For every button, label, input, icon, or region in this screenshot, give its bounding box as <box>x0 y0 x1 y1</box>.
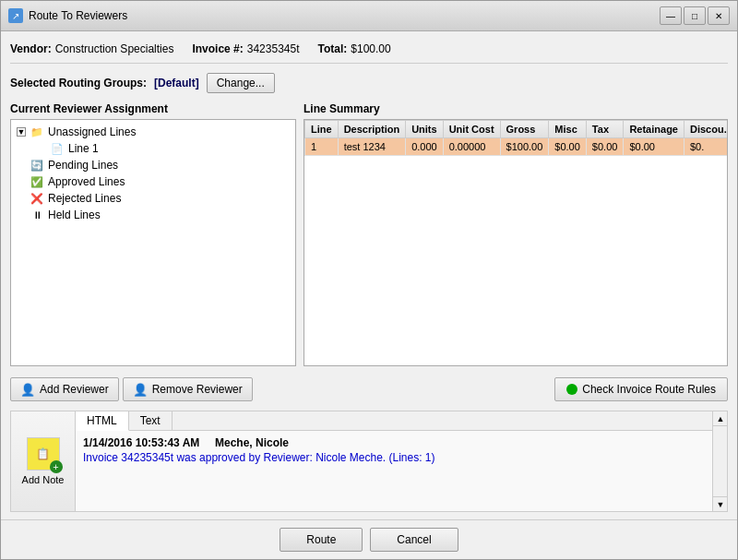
total-info: Total: $100.00 <box>318 42 391 55</box>
panels-row: Current Reviewer Assignment ▼ 📁 Unassign… <box>10 102 728 366</box>
note-body: 1/14/2016 10:53:43 AM Meche, Nicole Invo… <box>76 431 712 511</box>
cell-units: 0.000 <box>406 138 444 156</box>
green-circle-icon <box>566 384 577 395</box>
note-author: Meche, Nicole <box>215 436 289 449</box>
tree-item-rejected[interactable]: ❌ Rejected Lines <box>15 190 292 207</box>
main-window: ↗ Route To Reviewers — □ ✕ Vendor: Const… <box>0 0 738 560</box>
maximize-button[interactable]: □ <box>684 6 706 25</box>
tree-item-pending[interactable]: 🔄 Pending Lines <box>15 157 292 173</box>
check-route-button[interactable]: Check Invoice Route Rules <box>554 377 728 401</box>
add-reviewer-button[interactable]: 👤 Add Reviewer <box>10 377 119 401</box>
title-buttons: — □ ✕ <box>660 6 730 25</box>
right-panel: Line Summary Line Description Units Unit… <box>304 102 728 366</box>
tree-item-unassigned[interactable]: ▼ 📁 Unassigned Lines <box>15 124 292 140</box>
cell-tax: $0.00 <box>586 138 624 156</box>
col-retainage: Retainage <box>624 121 684 138</box>
note-scrollbar: ▲ ▼ <box>712 411 727 511</box>
invoice-value: 34235345t <box>247 42 300 55</box>
vendor-value: Construction Specialties <box>55 42 174 55</box>
note-content: HTML Text 1/14/2016 10:53:43 AM Meche, N… <box>76 411 712 511</box>
left-action-buttons: 👤 Add Reviewer 👤 Remove Reviewer <box>10 377 253 401</box>
action-buttons-row: 👤 Add Reviewer 👤 Remove Reviewer Check I… <box>10 374 728 405</box>
col-unit-cost: Unit Cost <box>443 121 500 138</box>
col-units: Units <box>406 121 444 138</box>
info-row: Vendor: Construction Specialties Invoice… <box>10 39 728 64</box>
reviewer-tree[interactable]: ▼ 📁 Unassigned Lines 📄 Line 1 🔄 Pending … <box>10 119 296 366</box>
cell-discount: $0. <box>684 138 728 156</box>
tree-item-held[interactable]: ⏸ Held Lines <box>15 207 292 223</box>
col-tax: Tax <box>586 121 624 138</box>
add-reviewer-label: Add Reviewer <box>40 383 109 396</box>
cell-unit-cost: 0.00000 <box>443 138 500 156</box>
note-timestamp: 1/14/2016 10:53:43 AM Meche, Nicole <box>83 436 705 449</box>
add-note-button[interactable]: 📋 Add Note <box>11 411 76 511</box>
remove-reviewer-label: Remove Reviewer <box>152 383 243 396</box>
summary-table: Line Description Units Unit Cost Gross M… <box>304 120 728 156</box>
cell-gross: $100.00 <box>500 138 549 156</box>
vendor-info: Vendor: Construction Specialties <box>10 42 173 55</box>
col-discount: Discou... <box>684 121 728 138</box>
tree-item-approved[interactable]: ✅ Approved Lines <box>15 173 292 190</box>
total-value: $100.00 <box>351 42 390 55</box>
title-bar: ↗ Route To Reviewers — □ ✕ <box>1 1 737 31</box>
routing-row: Selected Routing Groups: [Default] Chang… <box>10 69 728 97</box>
cancel-button[interactable]: Cancel <box>370 528 458 552</box>
line-icon: 📄 <box>50 141 65 156</box>
invoice-label: Invoice #: <box>192 42 243 55</box>
tree-label-approved: Approved Lines <box>48 175 125 188</box>
window-icon: ↗ <box>8 8 23 23</box>
cell-description: test 1234 <box>338 138 406 156</box>
tree-label-held: Held Lines <box>48 209 101 221</box>
table-header-row: Line Description Units Unit Cost Gross M… <box>305 121 729 138</box>
held-icon: ⏸ <box>30 208 44 222</box>
tree-label-pending: Pending Lines <box>48 159 118 172</box>
pending-icon: 🔄 <box>30 158 44 173</box>
cell-retainage: $0.00 <box>624 138 684 156</box>
routing-label: Selected Routing Groups: <box>10 77 147 89</box>
add-reviewer-icon: 👤 <box>20 382 35 397</box>
cell-misc: $0.00 <box>549 138 587 156</box>
note-text: Invoice 34235345t was approved by Review… <box>83 451 705 464</box>
col-description: Description <box>338 121 406 138</box>
note-section: 📋 Add Note HTML Text 1/14/2016 10:53:43 … <box>10 411 728 512</box>
add-note-label: Add Note <box>22 474 65 485</box>
change-button[interactable]: Change... <box>207 73 275 93</box>
left-panel: Current Reviewer Assignment ▼ 📁 Unassign… <box>10 102 296 366</box>
content-area: Vendor: Construction Specialties Invoice… <box>1 31 737 519</box>
col-misc: Misc <box>549 121 587 138</box>
rejected-icon: ❌ <box>30 191 44 206</box>
tree-label-rejected: Rejected Lines <box>48 192 121 205</box>
routing-value: [Default] <box>154 77 199 89</box>
remove-reviewer-button[interactable]: 👤 Remove Reviewer <box>123 377 253 401</box>
remove-reviewer-icon: 👤 <box>133 382 148 397</box>
scroll-up-arrow[interactable]: ▲ <box>713 411 728 426</box>
cell-line: 1 <box>305 138 339 156</box>
left-panel-title: Current Reviewer Assignment <box>10 102 296 115</box>
tree-label-line1: Line 1 <box>68 142 99 155</box>
col-gross: Gross <box>500 121 549 138</box>
expand-icon[interactable]: ▼ <box>17 127 26 137</box>
invoice-info: Invoice #: 34235345t <box>192 42 299 55</box>
line-summary-table[interactable]: Line Description Units Unit Cost Gross M… <box>304 119 728 366</box>
scroll-down-arrow[interactable]: ▼ <box>713 496 728 511</box>
minimize-button[interactable]: — <box>660 6 682 25</box>
note-icon: 📋 <box>27 437 60 471</box>
right-panel-title: Line Summary <box>304 102 728 115</box>
approved-icon: ✅ <box>30 174 44 189</box>
tree-item-line1[interactable]: 📄 Line 1 <box>48 140 292 157</box>
check-route-label: Check Invoice Route Rules <box>582 383 716 396</box>
footer: Route Cancel <box>1 519 737 559</box>
close-button[interactable]: ✕ <box>708 6 730 25</box>
note-tabs: HTML Text <box>76 411 712 431</box>
tab-text[interactable]: Text <box>129 411 173 430</box>
tab-html[interactable]: HTML <box>76 411 129 431</box>
vendor-label: Vendor: <box>10 42 52 55</box>
title-bar-left: ↗ Route To Reviewers <box>8 8 127 23</box>
table-row[interactable]: 1 test 1234 0.000 0.00000 $100.00 $0.00 … <box>305 138 729 156</box>
tree-label-unassigned: Unassigned Lines <box>48 125 136 138</box>
folder-icon: 📁 <box>30 125 44 139</box>
route-button[interactable]: Route <box>280 528 363 552</box>
note-date: 1/14/2016 10:53:43 AM <box>83 436 199 449</box>
window-title: Route To Reviewers <box>29 9 127 22</box>
col-line: Line <box>305 121 339 138</box>
